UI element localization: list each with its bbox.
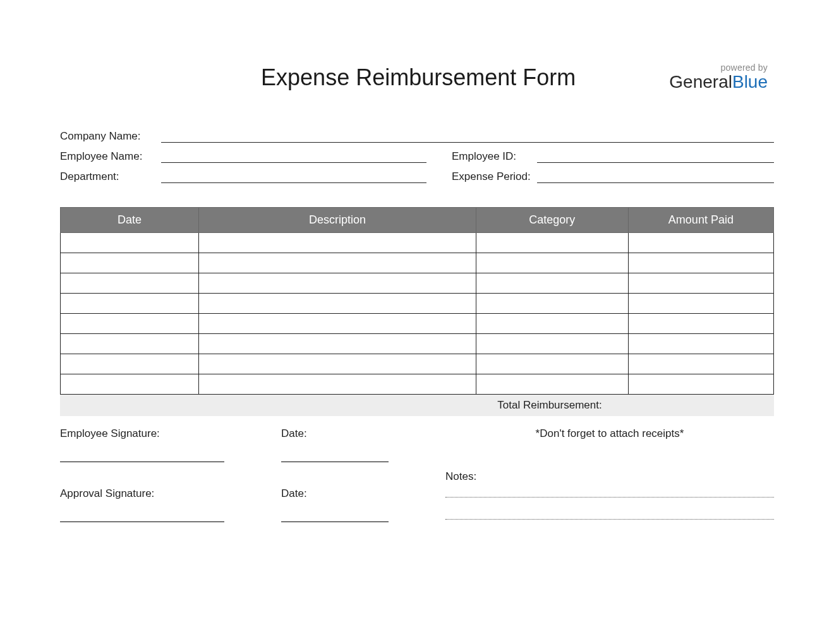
total-row: Total Reimbursement: [60,395,774,416]
receipts-reminder: *Don't forget to attach receipts* [445,427,774,440]
employee-signature-label: Employee Signature: [60,427,281,440]
cell-cat[interactable] [476,273,628,294]
cell-amt[interactable] [628,233,773,253]
cell-date[interactable] [61,253,199,273]
department-row: Department: Expense Period: [60,169,774,183]
approval-signature-label: Approval Signature: [60,487,281,500]
approval-signature-line[interactable] [60,522,224,522]
company-name-row: Company Name: [60,129,774,143]
approval-date-line[interactable] [281,522,389,522]
table-header-row: Date Description Category Amount Paid [61,208,774,233]
cell-date[interactable] [61,294,199,314]
cell-amt[interactable] [628,354,773,374]
employee-date-label: Date: [281,427,408,440]
table-row [61,354,774,374]
cell-date[interactable] [61,314,199,334]
brand-general: General [669,72,732,92]
cell-cat[interactable] [476,253,628,273]
cell-date[interactable] [61,354,199,374]
employee-id-field[interactable] [537,149,774,163]
notes-line-2[interactable] [445,519,774,520]
cell-date[interactable] [61,334,199,354]
cell-desc[interactable] [199,374,476,395]
page-title: Expense Reimbursement Form [60,64,669,91]
cell-amt[interactable] [628,334,773,354]
cell-date[interactable] [61,273,199,294]
department-field[interactable] [161,169,426,183]
employee-signature-block: Employee Signature: Date: [60,427,439,462]
total-label: Total Reimbursement: [60,399,774,412]
company-name-label: Company Name: [60,130,161,143]
table-row [61,233,774,253]
cell-desc[interactable] [199,233,476,253]
col-header-date: Date [61,208,199,233]
cell-cat[interactable] [476,294,628,314]
table-row [61,334,774,354]
brand-logo: powered by GeneralBlue [669,63,774,91]
cell-desc[interactable] [199,314,476,334]
powered-by-text: powered by [669,63,768,73]
approval-signature-block: Approval Signature: Date: [60,487,439,522]
table-row [61,374,774,395]
col-header-amount: Amount Paid [628,208,773,233]
cell-cat[interactable] [476,334,628,354]
cell-desc[interactable] [199,253,476,273]
notes-section: *Don't forget to attach receipts* Notes: [439,427,774,547]
cell-cat[interactable] [476,233,628,253]
table-row [61,253,774,273]
footer: Employee Signature: Date: Approval Signa… [60,427,774,547]
cell-amt[interactable] [628,294,773,314]
cell-date[interactable] [61,233,199,253]
approval-date-label: Date: [281,487,408,500]
expense-table: Date Description Category Amount Paid [60,207,774,395]
expense-period-field[interactable] [537,169,774,183]
employee-signature-line[interactable] [60,462,224,462]
cell-amt[interactable] [628,273,773,294]
table-row [61,273,774,294]
col-header-category: Category [476,208,628,233]
employee-date-line[interactable] [281,462,389,462]
col-header-description: Description [199,208,476,233]
expense-period-label: Expense Period: [452,170,537,183]
header: Expense Reimbursement Form powered by Ge… [60,63,774,91]
cell-desc[interactable] [199,294,476,314]
signature-section: Employee Signature: Date: Approval Signa… [60,427,439,547]
employee-id-label: Employee ID: [452,150,537,163]
notes-label: Notes: [445,470,774,483]
cell-desc[interactable] [199,334,476,354]
table-row [61,294,774,314]
cell-date[interactable] [61,374,199,395]
company-name-field[interactable] [161,129,774,143]
employee-row: Employee Name: Employee ID: [60,149,774,163]
department-label: Department: [60,170,161,183]
notes-line-1[interactable] [445,497,774,498]
employee-name-label: Employee Name: [60,150,161,163]
cell-cat[interactable] [476,314,628,334]
cell-amt[interactable] [628,253,773,273]
cell-desc[interactable] [199,354,476,374]
table-row [61,314,774,334]
cell-amt[interactable] [628,374,773,395]
cell-cat[interactable] [476,374,628,395]
cell-cat[interactable] [476,354,628,374]
brand-name: GeneralBlue [669,73,768,91]
info-section: Company Name: Employee Name: Employee ID… [60,129,774,183]
cell-desc[interactable] [199,273,476,294]
brand-blue: Blue [732,72,768,92]
employee-name-field[interactable] [161,149,426,163]
cell-amt[interactable] [628,314,773,334]
